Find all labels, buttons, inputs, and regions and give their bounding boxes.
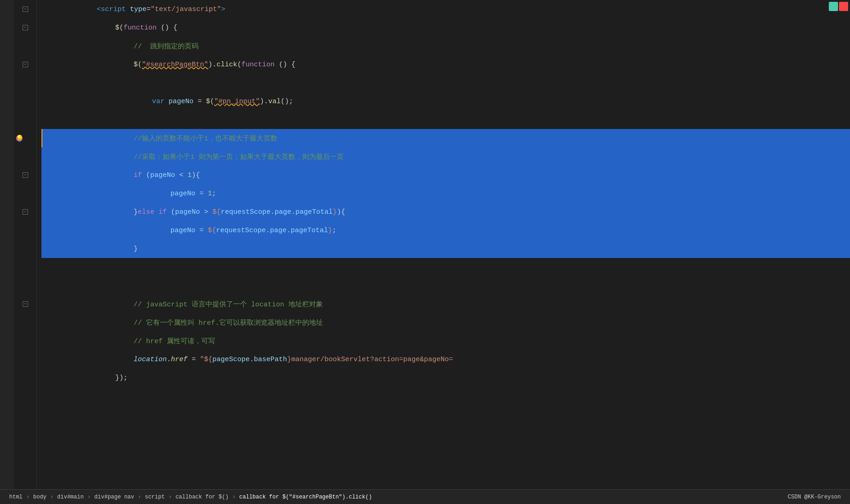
collapse-2[interactable]: −	[23, 25, 28, 30]
code-line-7	[41, 111, 850, 129]
code-line-18: // 它有一个属性叫 href.它可以获取浏览器地址栏中的地址	[41, 313, 850, 332]
gutter-line-7	[14, 111, 36, 129]
gutter-line-17: −	[14, 295, 36, 313]
code-line-12: } else if ( pageNo > ${ requestScope.pag…	[41, 203, 850, 221]
gutter-line-19	[14, 332, 36, 350]
gutter: − − − 💡 −	[14, 0, 37, 489]
collapse-10[interactable]: −	[23, 172, 28, 178]
gutter-line-12: −	[14, 203, 36, 221]
gutter-line-6	[14, 92, 36, 111]
editor-container: − − − 💡 −	[0, 0, 850, 504]
comment-strategy: //采取：如果小于1 则为第一页；如果大于最大页数，则为最后一页	[134, 152, 344, 161]
breadcrumb-divmain: div#main	[57, 494, 84, 500]
status-bar: html › body › div#main › div#page nav › …	[0, 489, 850, 504]
gutter-line-11	[14, 184, 36, 203]
sep-2: ›	[50, 494, 53, 500]
collapse-17[interactable]: −	[23, 301, 28, 307]
code-line-6: var pageNo = $ ( "#pn_input" ). val ();	[41, 92, 850, 111]
comment-href-get: // 它有一个属性叫 href.它可以获取浏览器地址栏中的地址	[134, 318, 323, 327]
breadcrumb-body: body	[33, 494, 47, 500]
collapse-12[interactable]: −	[23, 209, 28, 215]
code-line-11: pageNo = 1 ;	[41, 184, 850, 203]
breadcrumb-callback2: callback for $("#searchPageBtn").click()	[239, 494, 372, 500]
gutter-line-15	[14, 258, 36, 276]
sep-5: ›	[169, 494, 172, 500]
code-line-20: location . href = " ${ pageScope.basePat…	[41, 350, 850, 369]
code-area: − − − 💡 −	[0, 0, 850, 489]
gutter-line-20	[14, 350, 36, 369]
code-line-16	[41, 276, 850, 295]
gutter-line-16	[14, 276, 36, 295]
comment-jump: // 跳到指定的页码	[134, 42, 199, 51]
code-line-5	[41, 74, 850, 92]
left-sidebar	[0, 0, 14, 489]
collapse-1[interactable]: −	[23, 6, 28, 12]
code-line-17: // javaScript 语言中提供了一个 location 地址栏对象	[41, 295, 850, 313]
gutter-line-10: −	[14, 166, 36, 184]
attr-type: type	[126, 6, 147, 13]
code-line-4: $ ( "#searchPageBtn" ). click ( function…	[41, 55, 850, 74]
gutter-line-4: −	[14, 55, 36, 74]
code-line-9: //采取：如果小于1 则为第一页；如果大于最大页数，则为最后一页	[41, 147, 850, 166]
gutter-line-8: 💡	[14, 129, 36, 147]
gutter-line-9	[14, 147, 36, 166]
code-line-13: pageNo = ${ requestScope.page.pageTotal …	[41, 221, 850, 240]
breadcrumb-divpage: div#page nav	[94, 494, 134, 500]
gutter-line-14	[14, 240, 36, 258]
code-line-21: });	[41, 369, 850, 387]
gutter-line-2: −	[14, 18, 36, 37]
comment-js-location: // javaScript 语言中提供了一个 location 地址栏对象	[134, 300, 323, 309]
breadcrumb-callback1: callback for $()	[176, 494, 229, 500]
code-line-19: // href 属性可读，可写	[41, 332, 850, 350]
comment-href-rw: // href 属性可读，可写	[134, 337, 215, 346]
gutter-line-3	[14, 37, 36, 55]
sep-3: ›	[88, 494, 91, 500]
vertical-line-8	[41, 129, 42, 147]
gutter-line-18	[14, 313, 36, 332]
sep-6: ›	[232, 494, 235, 500]
sep-4: ›	[138, 494, 141, 500]
arrow-8: 💡	[16, 135, 23, 142]
code-line-1: <script type = "text/javascript" >	[41, 0, 850, 18]
gutter-line-21	[14, 369, 36, 387]
status-author: CSDN @KK-Greyson	[788, 494, 841, 500]
code-line-10: if ( pageNo < 1 ){	[41, 166, 850, 184]
lines-content: <script type = "text/javascript" > $ ( f…	[37, 0, 850, 489]
gutter-line-5	[14, 74, 36, 92]
sep-1: ›	[26, 494, 29, 500]
breadcrumb-html: html	[9, 494, 23, 500]
tag-open: <script	[97, 6, 126, 13]
code-line-15	[41, 258, 850, 276]
gutter-line-13	[14, 221, 36, 240]
code-line-14: }	[41, 240, 850, 258]
collapse-4[interactable]: −	[23, 62, 28, 67]
code-line-8: //输入的页数不能小于1，也不能大于最大页数	[41, 129, 850, 147]
comment-constraint: //输入的页数不能小于1，也不能大于最大页数	[134, 134, 277, 143]
breadcrumb-script: script	[145, 494, 164, 500]
gutter-line-1: −	[14, 0, 36, 18]
code-line-2: $ ( function () {	[41, 18, 850, 37]
code-line-3: // 跳到指定的页码	[41, 37, 850, 55]
